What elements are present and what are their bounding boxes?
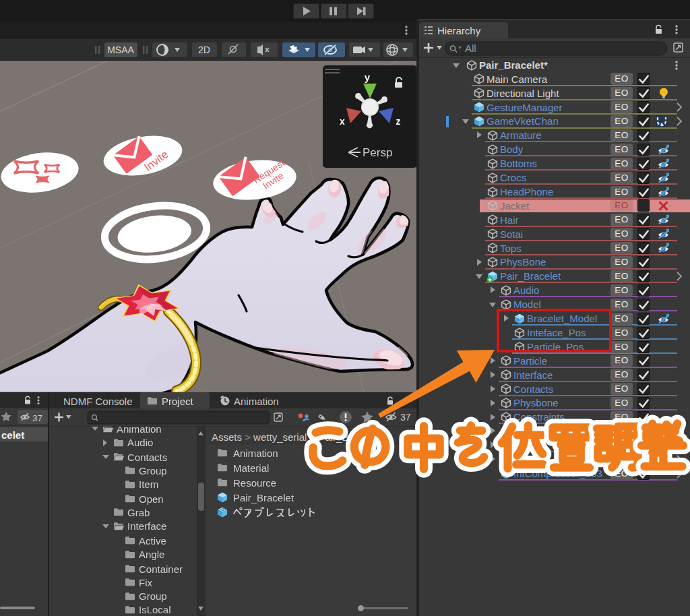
svg-text:2D: 2D (198, 44, 210, 55)
svg-text:z: z (396, 116, 401, 127)
svg-text:MSAA: MSAA (107, 44, 134, 55)
svg-text:Persp: Persp (363, 146, 392, 159)
svg-text:37: 37 (400, 412, 411, 423)
svg-text:All: All (465, 42, 476, 54)
svg-text:37: 37 (32, 413, 42, 423)
svg-text:y: y (365, 71, 371, 83)
svg-text:x: x (340, 116, 345, 127)
